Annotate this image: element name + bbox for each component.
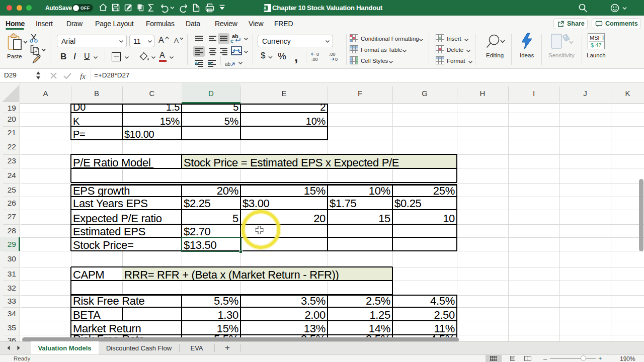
svg-text:ab: ab [225, 61, 231, 67]
svg-text:fx: fx [80, 72, 86, 80]
svg-text:X: X [264, 6, 267, 11]
svg-text:.00: .00 [311, 57, 318, 62]
svg-text:0: 0 [335, 57, 338, 62]
svg-text:0: 0 [316, 52, 319, 57]
svg-text:.00: .00 [329, 52, 336, 57]
svg-text:c: c [230, 38, 233, 44]
